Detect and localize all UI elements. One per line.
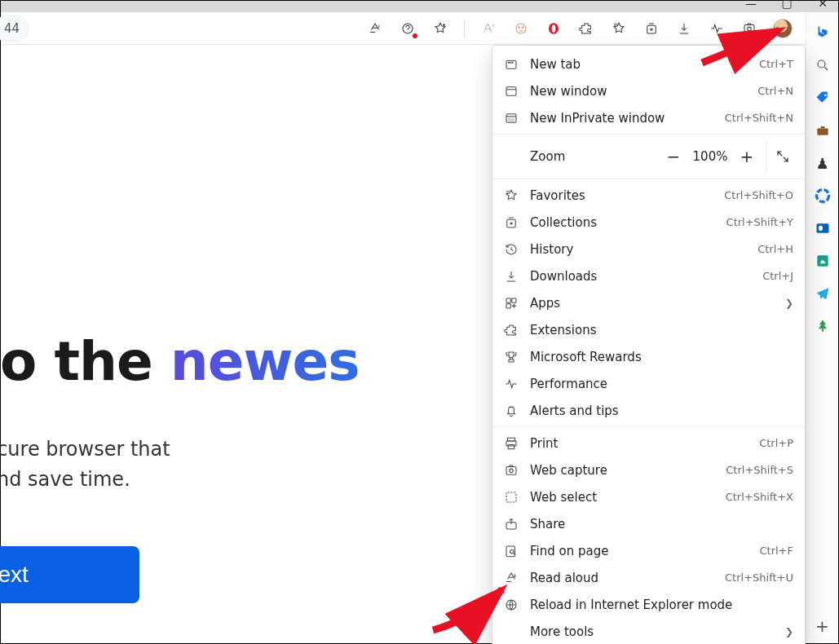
svg-point-16	[816, 190, 828, 202]
menu-label: Favorites	[530, 188, 713, 203]
new-tab-icon	[504, 57, 519, 72]
web-capture-icon	[504, 463, 519, 478]
outlook-icon[interactable]	[814, 219, 832, 237]
menu-label: More tools	[530, 624, 774, 639]
menu-item-zoom: Zoom − 100% +	[492, 137, 805, 176]
shopping-icon[interactable]	[399, 20, 417, 37]
svg-rect-37	[506, 492, 516, 502]
menu-item-more-tools[interactable]: More tools ❯	[492, 618, 805, 644]
menu-item-new-tab[interactable]: New tab Ctrl+T	[492, 51, 805, 77]
menu-label: History	[530, 242, 746, 257]
menu-item-collections[interactable]: Collections Ctrl+Shift+Y	[492, 209, 805, 236]
games-icon[interactable]: ♟	[814, 154, 832, 172]
svg-point-36	[510, 469, 514, 473]
next-button[interactable]: Next	[0, 546, 139, 603]
subtitle-line-2: t your data and save time.	[0, 465, 170, 495]
svg-rect-27	[508, 118, 514, 121]
close-button[interactable]: ✕	[812, 0, 833, 10]
tools-icon[interactable]	[814, 121, 832, 139]
favorites-add-icon[interactable]	[431, 20, 449, 37]
menu-item-favorites[interactable]: Favorites Ctrl+Shift+O	[492, 182, 805, 209]
zoom-out-button[interactable]: −	[660, 143, 687, 170]
favorites-icon	[504, 188, 519, 203]
menu-label: New window	[530, 84, 746, 99]
collections-icon[interactable]	[642, 20, 660, 37]
menu-item-apps[interactable]: Apps ❯	[492, 289, 805, 316]
read-aloud-icon[interactable]	[366, 20, 384, 37]
menu-shortcut: Ctrl+Shift+S	[726, 464, 793, 476]
menu-item-history[interactable]: History Ctrl+H	[492, 236, 805, 262]
maximize-button[interactable]: ▢	[776, 0, 797, 10]
menu-label: Find on page	[530, 544, 748, 558]
downloads-icon	[504, 269, 519, 284]
zoom-value: 100%	[687, 149, 733, 164]
shopping-tag-icon[interactable]	[814, 89, 832, 107]
menu-item-alerts[interactable]: Alerts and tips	[492, 397, 805, 424]
svg-rect-31	[506, 303, 510, 307]
downloads-icon[interactable]	[675, 20, 693, 37]
search-icon[interactable]	[814, 56, 832, 74]
menu-separator	[492, 134, 805, 135]
zoom-label: Zoom	[530, 149, 660, 164]
face-extension-icon[interactable]	[512, 20, 530, 37]
svg-rect-14	[817, 129, 828, 135]
toolbar-separator	[464, 20, 465, 37]
menu-shortcut: Ctrl+J	[762, 270, 793, 282]
drop-icon[interactable]	[814, 252, 832, 270]
headline-accent: newes	[170, 330, 360, 393]
immersive-reader-icon[interactable]	[479, 20, 497, 37]
menu-item-ie-mode[interactable]: Reload in Internet Explorer mode	[492, 591, 805, 618]
telegram-icon[interactable]	[814, 285, 832, 302]
chevron-right-icon: ❯	[785, 298, 793, 309]
menu-item-rewards[interactable]: Microsoft Rewards	[492, 343, 805, 370]
svg-point-22	[508, 62, 509, 63]
menu-item-read-aloud[interactable]: Read aloud Ctrl+Shift+U	[492, 564, 805, 591]
menu-item-share[interactable]: Share	[492, 510, 805, 537]
web-capture-icon[interactable]	[740, 20, 758, 37]
menu-label: Microsoft Rewards	[530, 350, 793, 364]
blank-icon	[504, 624, 519, 639]
page-headline: pdated to the newes	[0, 330, 360, 393]
menu-item-web-select[interactable]: Web select Ctrl+Shift+X	[492, 483, 805, 510]
menu-shortcut: Ctrl+Shift+X	[726, 491, 793, 503]
favorites-icon[interactable]	[610, 20, 628, 37]
read-aloud-icon	[504, 571, 519, 585]
history-icon	[504, 242, 519, 257]
svg-point-8	[748, 27, 752, 31]
menu-item-downloads[interactable]: Downloads Ctrl+J	[492, 262, 805, 289]
share-icon	[504, 517, 519, 532]
svg-point-18	[819, 226, 823, 232]
menu-label: New InPrivate window	[530, 111, 713, 126]
menu-label: Alerts and tips	[530, 404, 793, 418]
svg-rect-30	[512, 298, 516, 302]
minimize-button[interactable]: —	[740, 0, 762, 10]
menu-item-print[interactable]: Print Ctrl+P	[492, 430, 805, 457]
menu-item-web-capture[interactable]: Web capture Ctrl+Shift+S	[492, 457, 805, 483]
address-bar-fragment[interactable]: 44	[0, 15, 29, 42]
svg-point-12	[818, 60, 825, 68]
extensions-icon[interactable]	[577, 20, 595, 37]
svg-point-40	[510, 549, 514, 554]
menu-item-find[interactable]: Find on page Ctrl+F	[492, 537, 805, 564]
zoom-in-button[interactable]: +	[733, 143, 761, 170]
menu-item-performance[interactable]: Performance	[492, 370, 805, 397]
menu-item-new-inprivate[interactable]: New InPrivate window Ctrl+Shift+N	[492, 104, 805, 131]
menu-label: Web select	[530, 490, 714, 505]
tree-icon[interactable]	[814, 317, 832, 335]
m365-icon[interactable]	[814, 187, 832, 205]
profile-avatar[interactable]	[773, 19, 793, 38]
menu-shortcut: Ctrl+F	[759, 545, 793, 557]
menu-label: New tab	[530, 57, 748, 72]
add-sidebar-icon[interactable]: +	[814, 617, 832, 635]
menu-shortcut: Ctrl+H	[757, 243, 793, 255]
performance-icon[interactable]	[708, 20, 726, 37]
menu-item-extensions[interactable]: Extensions	[492, 316, 805, 343]
menu-label: Apps	[530, 296, 774, 311]
menu-item-new-window[interactable]: New window Ctrl+N	[492, 77, 805, 104]
fullscreen-button[interactable]	[766, 140, 798, 173]
bing-chat-icon[interactable]	[814, 24, 832, 42]
menu-label: Read aloud	[530, 571, 713, 585]
opera-extension-icon[interactable]	[545, 20, 563, 37]
svg-rect-29	[506, 298, 510, 302]
svg-point-13	[824, 94, 827, 96]
